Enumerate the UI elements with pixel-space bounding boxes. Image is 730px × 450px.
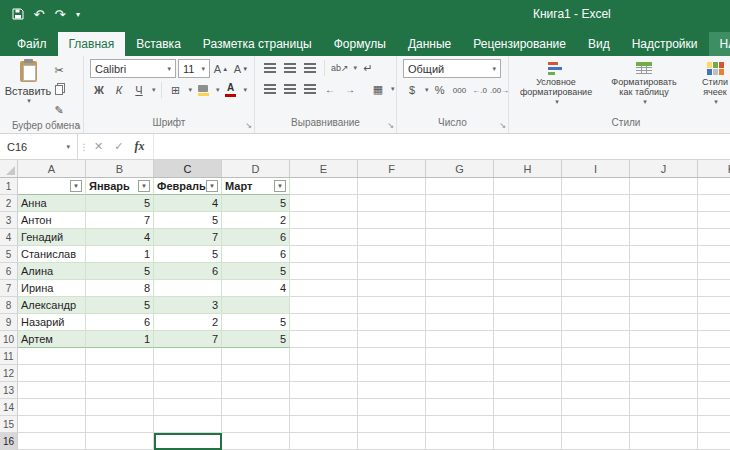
cell-C5[interactable]: 5: [154, 246, 222, 263]
format-painter-icon[interactable]: ✎: [50, 101, 68, 119]
cell-F10[interactable]: [358, 331, 426, 348]
cell-C15[interactable]: [154, 416, 222, 433]
cell-H3[interactable]: [494, 212, 562, 229]
cell-J16[interactable]: [630, 433, 698, 450]
bold-button[interactable]: Ж: [90, 81, 108, 99]
cancel-icon[interactable]: ✕: [94, 140, 103, 153]
qat-customize-icon[interactable]: ▾: [72, 4, 84, 24]
cell-K3[interactable]: [698, 212, 730, 229]
cell-G11[interactable]: [426, 348, 494, 365]
cell-J15[interactable]: [630, 416, 698, 433]
cell-J10[interactable]: [630, 331, 698, 348]
cell-I5[interactable]: [562, 246, 630, 263]
cell-I11[interactable]: [562, 348, 630, 365]
cell-D4[interactable]: 6: [222, 229, 290, 246]
borders-icon[interactable]: ⊞: [167, 81, 185, 99]
cell-J3[interactable]: [630, 212, 698, 229]
cell-J2[interactable]: [630, 195, 698, 212]
cell-H8[interactable]: [494, 297, 562, 314]
tab-insert[interactable]: Вставка: [125, 32, 192, 56]
cell-A9[interactable]: Назарий: [18, 314, 86, 331]
cell-B9[interactable]: 6: [86, 314, 154, 331]
conditional-formatting-button[interactable]: Условное форматирование ▾: [515, 59, 597, 116]
cell-K16[interactable]: [698, 433, 730, 450]
save-icon[interactable]: [9, 4, 27, 24]
cell-D5[interactable]: 6: [222, 246, 290, 263]
cell-C3[interactable]: 5: [154, 212, 222, 229]
orientation-icon[interactable]: ab↗: [330, 59, 350, 77]
cell-I13[interactable]: [562, 382, 630, 399]
row-header-3[interactable]: 3: [0, 212, 18, 229]
cell-F13[interactable]: [358, 382, 426, 399]
cell-K6[interactable]: [698, 263, 730, 280]
percent-format-icon[interactable]: %: [431, 81, 449, 99]
cell-H14[interactable]: [494, 399, 562, 416]
cell-G12[interactable]: [426, 365, 494, 382]
filter-dropdown-icon[interactable]: ▼: [206, 180, 218, 192]
tab-page-layout[interactable]: Разметка страницы: [192, 32, 323, 56]
row-header-10[interactable]: 10: [0, 331, 18, 348]
cell-G4[interactable]: [426, 229, 494, 246]
cell-C8[interactable]: 3: [154, 297, 222, 314]
cell-C10[interactable]: 7: [154, 331, 222, 348]
cell-J1[interactable]: [630, 178, 698, 195]
cell-B1[interactable]: Январь▼: [86, 178, 154, 195]
cut-icon[interactable]: ✂: [50, 61, 68, 79]
merge-dropdown-icon[interactable]: ▾: [391, 85, 395, 93]
cell-F12[interactable]: [358, 365, 426, 382]
cell-I7[interactable]: [562, 280, 630, 297]
cell-B14[interactable]: [86, 399, 154, 416]
cell-E5[interactable]: [290, 246, 358, 263]
cell-E11[interactable]: [290, 348, 358, 365]
cell-F5[interactable]: [358, 246, 426, 263]
tab-formulas[interactable]: Формулы: [323, 32, 397, 56]
cell-D7[interactable]: 4: [222, 280, 290, 297]
wrap-text-icon[interactable]: ↵: [359, 59, 377, 77]
cell-B10[interactable]: 1: [86, 331, 154, 348]
cell-G7[interactable]: [426, 280, 494, 297]
cell-I3[interactable]: [562, 212, 630, 229]
cell-D12[interactable]: [222, 365, 290, 382]
cell-G15[interactable]: [426, 416, 494, 433]
row-header-7[interactable]: 7: [0, 280, 18, 297]
cell-A7[interactable]: Ирина: [18, 280, 86, 297]
tab-data[interactable]: Данные: [397, 32, 462, 56]
cell-D6[interactable]: 5: [222, 263, 290, 280]
enter-icon[interactable]: ✓: [114, 140, 123, 153]
increase-indent-icon[interactable]: →: [341, 80, 359, 98]
cell-C14[interactable]: [154, 399, 222, 416]
cell-C9[interactable]: 2: [154, 314, 222, 331]
filter-dropdown-icon[interactable]: ▼: [274, 180, 286, 192]
cell-A1[interactable]: ▼: [18, 178, 86, 195]
tab-home[interactable]: Главная: [58, 32, 126, 56]
cell-G6[interactable]: [426, 263, 494, 280]
cell-E13[interactable]: [290, 382, 358, 399]
cell-C6[interactable]: 6: [154, 263, 222, 280]
cell-C12[interactable]: [154, 365, 222, 382]
cell-B16[interactable]: [86, 433, 154, 450]
column-header-C[interactable]: C: [154, 160, 222, 177]
copy-icon[interactable]: [50, 81, 68, 99]
font-color-icon[interactable]: А: [222, 81, 240, 99]
number-dialog-launcher-icon[interactable]: ↘: [499, 122, 506, 130]
cell-K2[interactable]: [698, 195, 730, 212]
decrease-indent-icon[interactable]: ←: [321, 80, 339, 98]
cell-B13[interactable]: [86, 382, 154, 399]
row-header-1[interactable]: 1: [0, 178, 18, 195]
alignment-dialog-launcher-icon[interactable]: ↘: [387, 122, 394, 130]
row-header-4[interactable]: 4: [0, 229, 18, 246]
redo-icon[interactable]: ↷: [51, 4, 69, 24]
cell-H13[interactable]: [494, 382, 562, 399]
shrink-font-button[interactable]: А▼: [232, 60, 250, 78]
cell-styles-button[interactable]: Стили ячеек ▾: [691, 59, 730, 116]
cell-C2[interactable]: 4: [154, 195, 222, 212]
undo-icon[interactable]: ↶: [30, 4, 48, 24]
fill-color-dropdown-icon[interactable]: ▾: [216, 86, 220, 94]
column-header-J[interactable]: J: [630, 160, 698, 177]
cell-B12[interactable]: [86, 365, 154, 382]
cell-B15[interactable]: [86, 416, 154, 433]
cell-J13[interactable]: [630, 382, 698, 399]
cell-G9[interactable]: [426, 314, 494, 331]
cell-B3[interactable]: 7: [86, 212, 154, 229]
cell-F7[interactable]: [358, 280, 426, 297]
